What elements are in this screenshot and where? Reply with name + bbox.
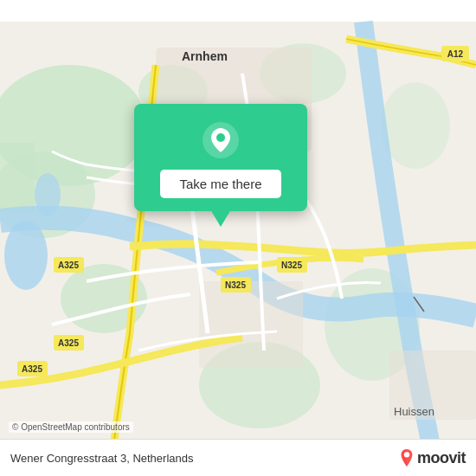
copyright-text: © OpenStreetMap contributors [9,421,133,433]
svg-point-10 [4,221,48,290]
svg-text:N325: N325 [281,261,302,270]
svg-text:Huissen: Huissen [394,405,434,418]
svg-point-33 [404,452,409,457]
moovit-pin-icon [399,448,415,467]
svg-text:A325: A325 [22,364,42,374]
take-me-there-button[interactable]: Take me there [160,170,280,198]
location-pin-icon [202,121,240,159]
bottom-bar: Wener Congresstraat 3, Netherlands moovi… [0,439,476,476]
svg-point-11 [35,173,61,216]
svg-point-32 [216,133,225,142]
map-container: Arnhem A325 A325 A325 N325 N325 A12 Huis… [0,0,476,476]
svg-text:A12: A12 [447,49,464,59]
svg-text:A325: A325 [58,261,79,270]
address-label: Wener Congresstraat 3, Netherlands [10,452,193,465]
popup-card: Take me there [134,104,307,211]
svg-text:N325: N325 [225,280,246,290]
moovit-brand-text: moovit [417,449,466,467]
svg-point-9 [381,82,450,169]
svg-text:Arnhem: Arnhem [182,49,228,63]
svg-rect-8 [0,143,35,212]
moovit-logo: moovit [399,448,466,467]
svg-text:A325: A325 [58,338,79,348]
